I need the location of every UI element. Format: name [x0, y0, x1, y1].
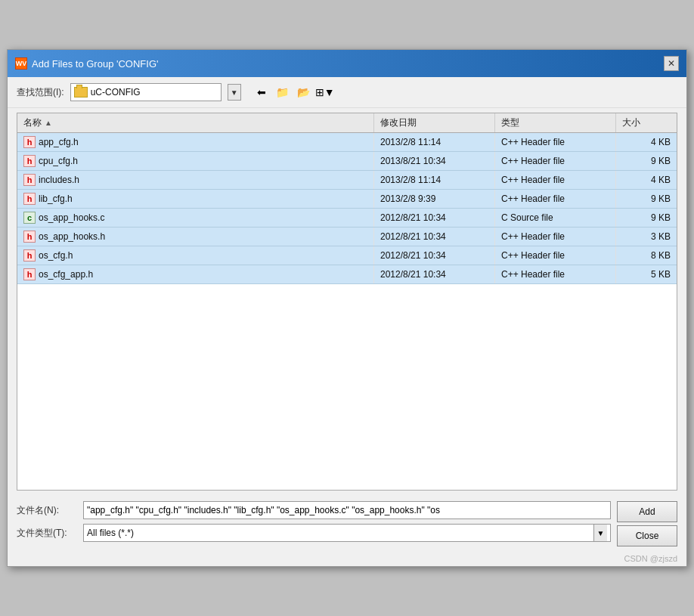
file-name: includes.h — [39, 175, 79, 185]
file-name-cell: hlib_cfg.h — [17, 190, 374, 208]
file-name: os_cfg_app.h — [39, 269, 93, 280]
file-name-cell: happ_cfg.h — [17, 133, 374, 151]
file-name-cell: hos_app_hooks.h — [17, 228, 374, 246]
file-type-icon: h — [23, 249, 36, 262]
file-size-cell: 9 KB — [616, 209, 677, 227]
file-row[interactable]: hos_cfg.h2012/8/21 10:34C++ Header file8… — [17, 246, 677, 265]
file-type-icon: c — [23, 212, 36, 224]
up-folder-button[interactable]: 📁 — [273, 83, 293, 101]
file-date-cell: 2013/2/8 9:39 — [374, 190, 495, 208]
file-type-cell: C++ Header file — [495, 133, 616, 151]
file-list-body: happ_cfg.h2013/2/8 11:14C++ Header file4… — [17, 133, 677, 490]
file-list-area: 名称 ▲ 修改日期 类型 大小 happ_cfg.h2013/2/8 11:14… — [17, 113, 677, 491]
filename-label: 文件名(N): — [17, 504, 77, 517]
sort-arrow-name: ▲ — [45, 119, 52, 127]
filetype-row: 文件类型(T): All files (*.*) ▼ — [17, 524, 611, 542]
col-header-size[interactable]: 大小 — [616, 113, 677, 132]
file-size-cell: 9 KB — [616, 190, 677, 208]
title-bar: WV Add Files to Group 'CONFIG' ✕ — [8, 50, 686, 77]
file-type-cell: C++ Header file — [495, 265, 616, 283]
file-type-cell: C++ Header file — [495, 152, 616, 170]
file-type-icon: h — [23, 193, 36, 205]
file-type-cell: C++ Header file — [495, 190, 616, 208]
file-name: cpu_cfg.h — [39, 156, 78, 166]
file-date-cell: 2012/8/21 10:34 — [374, 228, 495, 246]
add-button[interactable]: Add — [617, 501, 677, 522]
col-header-name[interactable]: 名称 ▲ — [17, 113, 374, 132]
create-folder-icon: 📂 — [297, 86, 310, 98]
file-name-cell: hos_cfg_app.h — [17, 265, 374, 283]
file-date-cell: 2013/2/8 11:14 — [374, 171, 495, 189]
back-button[interactable]: ⬅ — [252, 83, 271, 101]
file-size-cell: 3 KB — [616, 228, 677, 246]
file-name-cell: hcpu_cfg.h — [17, 152, 374, 170]
window-close-button[interactable]: ✕ — [664, 56, 679, 71]
file-type-cell: C Source file — [495, 209, 616, 227]
file-row[interactable]: hos_app_hooks.h2012/8/21 10:34C++ Header… — [17, 228, 677, 246]
file-date-cell: 2013/2/8 11:14 — [374, 133, 495, 151]
file-type-cell: C++ Header file — [495, 171, 616, 189]
dialog-title: Add Files to Group 'CONFIG' — [32, 58, 159, 70]
create-folder-button[interactable]: 📂 — [294, 83, 314, 101]
bottom-wrapper: 文件名(N): 文件类型(T): All files (*.*) ▼ Add C… — [8, 495, 686, 553]
file-size-cell: 9 KB — [616, 152, 677, 170]
add-files-dialog: WV Add Files to Group 'CONFIG' ✕ 查找范围(I)… — [7, 49, 687, 567]
location-combo[interactable]: uC-CONFIG — [70, 83, 222, 101]
file-name-cell: hos_cfg.h — [17, 246, 374, 265]
app-icon: WV — [15, 57, 27, 70]
file-date-cell: 2013/8/21 10:34 — [374, 152, 495, 170]
location-value: uC-CONFIG — [91, 87, 218, 98]
folder-icon — [74, 87, 88, 98]
file-type-cell: C++ Header file — [495, 246, 616, 265]
file-date-cell: 2012/8/21 10:34 — [374, 265, 495, 283]
file-row[interactable]: hcpu_cfg.h2013/8/21 10:34C++ Header file… — [17, 152, 677, 171]
file-size-cell: 4 KB — [616, 171, 677, 189]
back-icon: ⬅ — [257, 86, 266, 98]
file-row[interactable]: happ_cfg.h2013/2/8 11:14C++ Header file4… — [17, 133, 677, 152]
filetype-combo[interactable]: All files (*.*) ▼ — [83, 524, 611, 542]
file-type-icon: h — [23, 155, 36, 167]
watermark: CSDN @zjszd — [8, 553, 686, 566]
col-header-date[interactable]: 修改日期 — [374, 113, 495, 132]
close-button[interactable]: Close — [617, 525, 677, 546]
file-type-icon: h — [23, 268, 36, 280]
filetype-value: All files (*.*) — [87, 528, 134, 538]
file-list-header: 名称 ▲ 修改日期 类型 大小 — [17, 113, 677, 133]
view-icon: ⊞▼ — [315, 86, 335, 98]
filename-input[interactable] — [83, 501, 611, 519]
file-date-cell: 2012/8/21 10:34 — [374, 209, 495, 227]
file-date-cell: 2012/8/21 10:34 — [374, 246, 495, 265]
file-name: os_cfg.h — [39, 250, 73, 261]
filetype-label: 文件类型(T): — [17, 527, 77, 540]
file-name-cell: hincludes.h — [17, 171, 374, 189]
file-name: os_app_hooks.h — [39, 231, 105, 242]
toolbar-buttons: ⬅ 📁 📂 ⊞▼ — [252, 83, 335, 101]
file-row[interactable]: hlib_cfg.h2013/2/8 9:39C++ Header file9 … — [17, 190, 677, 209]
file-type-icon: h — [23, 136, 36, 148]
file-type-icon: h — [23, 231, 36, 243]
file-size-cell: 5 KB — [616, 265, 677, 283]
action-buttons: Add Close — [617, 501, 677, 546]
file-name: os_app_hooks.c — [39, 212, 104, 223]
view-button[interactable]: ⊞▼ — [315, 83, 335, 101]
form-area: 文件名(N): 文件类型(T): All files (*.*) ▼ — [17, 501, 611, 546]
file-name: app_cfg.h — [39, 137, 79, 147]
filename-row: 文件名(N): — [17, 501, 611, 519]
toolbar: 查找范围(I): uC-CONFIG ▼ ⬅ 📁 📂 ⊞▼ — [8, 77, 686, 108]
title-bar-left: WV Add Files to Group 'CONFIG' — [15, 57, 159, 70]
file-type-cell: C++ Header file — [495, 228, 616, 246]
file-row[interactable]: hincludes.h2013/2/8 11:14C++ Header file… — [17, 171, 677, 190]
file-row[interactable]: hos_cfg_app.h2012/8/21 10:34C++ Header f… — [17, 265, 677, 284]
up-folder-icon: 📁 — [276, 86, 289, 98]
col-header-type[interactable]: 类型 — [495, 113, 616, 132]
file-type-icon: h — [23, 174, 36, 186]
filetype-dropdown-arrow[interactable]: ▼ — [593, 525, 607, 541]
file-name: lib_cfg.h — [39, 193, 73, 204]
location-label: 查找范围(I): — [17, 86, 64, 99]
location-dropdown-arrow[interactable]: ▼ — [228, 84, 241, 101]
file-name-cell: cos_app_hooks.c — [17, 209, 374, 227]
file-row[interactable]: cos_app_hooks.c2012/8/21 10:34C Source f… — [17, 209, 677, 228]
file-size-cell: 4 KB — [616, 133, 677, 151]
file-size-cell: 8 KB — [616, 246, 677, 265]
